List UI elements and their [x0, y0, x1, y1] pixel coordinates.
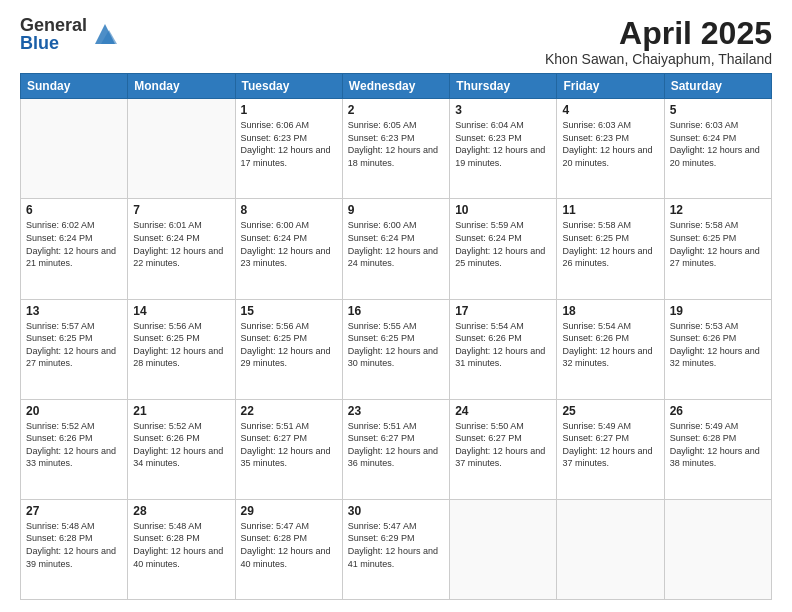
day-number: 13 [26, 304, 122, 318]
title-area: April 2025 Khon Sawan, Chaiyaphum, Thail… [545, 16, 772, 67]
calendar-cell: 30Sunrise: 5:47 AM Sunset: 6:29 PM Dayli… [342, 499, 449, 599]
calendar-cell [557, 499, 664, 599]
calendar-cell: 19Sunrise: 5:53 AM Sunset: 6:26 PM Dayli… [664, 299, 771, 399]
day-number: 7 [133, 203, 229, 217]
day-number: 28 [133, 504, 229, 518]
day-info: Sunrise: 5:48 AM Sunset: 6:28 PM Dayligh… [133, 520, 229, 570]
day-info: Sunrise: 5:53 AM Sunset: 6:26 PM Dayligh… [670, 320, 766, 370]
calendar-week-2: 13Sunrise: 5:57 AM Sunset: 6:25 PM Dayli… [21, 299, 772, 399]
day-info: Sunrise: 5:56 AM Sunset: 6:25 PM Dayligh… [133, 320, 229, 370]
day-number: 6 [26, 203, 122, 217]
day-info: Sunrise: 6:02 AM Sunset: 6:24 PM Dayligh… [26, 219, 122, 269]
day-number: 30 [348, 504, 444, 518]
page: General Blue April 2025 Khon Sawan, Chai… [0, 0, 792, 612]
day-number: 24 [455, 404, 551, 418]
col-wednesday: Wednesday [342, 74, 449, 99]
day-info: Sunrise: 5:52 AM Sunset: 6:26 PM Dayligh… [133, 420, 229, 470]
day-number: 17 [455, 304, 551, 318]
calendar-cell: 6Sunrise: 6:02 AM Sunset: 6:24 PM Daylig… [21, 199, 128, 299]
day-number: 18 [562, 304, 658, 318]
col-saturday: Saturday [664, 74, 771, 99]
calendar-cell: 7Sunrise: 6:01 AM Sunset: 6:24 PM Daylig… [128, 199, 235, 299]
calendar-cell: 20Sunrise: 5:52 AM Sunset: 6:26 PM Dayli… [21, 399, 128, 499]
day-info: Sunrise: 5:47 AM Sunset: 6:28 PM Dayligh… [241, 520, 337, 570]
day-number: 20 [26, 404, 122, 418]
calendar-cell: 28Sunrise: 5:48 AM Sunset: 6:28 PM Dayli… [128, 499, 235, 599]
col-thursday: Thursday [450, 74, 557, 99]
day-number: 15 [241, 304, 337, 318]
day-info: Sunrise: 5:47 AM Sunset: 6:29 PM Dayligh… [348, 520, 444, 570]
calendar-cell [21, 99, 128, 199]
calendar-cell [128, 99, 235, 199]
calendar-week-3: 20Sunrise: 5:52 AM Sunset: 6:26 PM Dayli… [21, 399, 772, 499]
calendar-cell: 15Sunrise: 5:56 AM Sunset: 6:25 PM Dayli… [235, 299, 342, 399]
calendar-cell: 2Sunrise: 6:05 AM Sunset: 6:23 PM Daylig… [342, 99, 449, 199]
day-info: Sunrise: 5:51 AM Sunset: 6:27 PM Dayligh… [241, 420, 337, 470]
day-info: Sunrise: 5:55 AM Sunset: 6:25 PM Dayligh… [348, 320, 444, 370]
day-number: 12 [670, 203, 766, 217]
day-number: 22 [241, 404, 337, 418]
calendar-week-1: 6Sunrise: 6:02 AM Sunset: 6:24 PM Daylig… [21, 199, 772, 299]
day-info: Sunrise: 5:56 AM Sunset: 6:25 PM Dayligh… [241, 320, 337, 370]
calendar-cell: 10Sunrise: 5:59 AM Sunset: 6:24 PM Dayli… [450, 199, 557, 299]
day-number: 25 [562, 404, 658, 418]
day-info: Sunrise: 6:03 AM Sunset: 6:23 PM Dayligh… [562, 119, 658, 169]
day-info: Sunrise: 6:05 AM Sunset: 6:23 PM Dayligh… [348, 119, 444, 169]
calendar-cell: 14Sunrise: 5:56 AM Sunset: 6:25 PM Dayli… [128, 299, 235, 399]
calendar-table: Sunday Monday Tuesday Wednesday Thursday… [20, 73, 772, 600]
calendar-cell: 5Sunrise: 6:03 AM Sunset: 6:24 PM Daylig… [664, 99, 771, 199]
col-sunday: Sunday [21, 74, 128, 99]
col-friday: Friday [557, 74, 664, 99]
day-number: 8 [241, 203, 337, 217]
day-info: Sunrise: 5:54 AM Sunset: 6:26 PM Dayligh… [455, 320, 551, 370]
day-number: 16 [348, 304, 444, 318]
day-number: 5 [670, 103, 766, 117]
calendar-cell: 4Sunrise: 6:03 AM Sunset: 6:23 PM Daylig… [557, 99, 664, 199]
day-info: Sunrise: 6:04 AM Sunset: 6:23 PM Dayligh… [455, 119, 551, 169]
day-number: 26 [670, 404, 766, 418]
day-number: 9 [348, 203, 444, 217]
calendar-cell: 23Sunrise: 5:51 AM Sunset: 6:27 PM Dayli… [342, 399, 449, 499]
logo-general: General [20, 16, 87, 34]
day-info: Sunrise: 5:52 AM Sunset: 6:26 PM Dayligh… [26, 420, 122, 470]
logo-icon [91, 20, 119, 48]
day-number: 19 [670, 304, 766, 318]
calendar-cell: 9Sunrise: 6:00 AM Sunset: 6:24 PM Daylig… [342, 199, 449, 299]
calendar-cell: 16Sunrise: 5:55 AM Sunset: 6:25 PM Dayli… [342, 299, 449, 399]
day-info: Sunrise: 5:58 AM Sunset: 6:25 PM Dayligh… [670, 219, 766, 269]
day-number: 27 [26, 504, 122, 518]
day-number: 10 [455, 203, 551, 217]
day-info: Sunrise: 5:58 AM Sunset: 6:25 PM Dayligh… [562, 219, 658, 269]
logo-text: General Blue [20, 16, 87, 52]
day-info: Sunrise: 6:01 AM Sunset: 6:24 PM Dayligh… [133, 219, 229, 269]
calendar-week-4: 27Sunrise: 5:48 AM Sunset: 6:28 PM Dayli… [21, 499, 772, 599]
day-info: Sunrise: 5:50 AM Sunset: 6:27 PM Dayligh… [455, 420, 551, 470]
calendar-cell [664, 499, 771, 599]
calendar-cell: 1Sunrise: 6:06 AM Sunset: 6:23 PM Daylig… [235, 99, 342, 199]
day-info: Sunrise: 5:59 AM Sunset: 6:24 PM Dayligh… [455, 219, 551, 269]
day-info: Sunrise: 6:00 AM Sunset: 6:24 PM Dayligh… [348, 219, 444, 269]
calendar-cell: 29Sunrise: 5:47 AM Sunset: 6:28 PM Dayli… [235, 499, 342, 599]
day-info: Sunrise: 5:57 AM Sunset: 6:25 PM Dayligh… [26, 320, 122, 370]
calendar-cell: 22Sunrise: 5:51 AM Sunset: 6:27 PM Dayli… [235, 399, 342, 499]
day-info: Sunrise: 6:00 AM Sunset: 6:24 PM Dayligh… [241, 219, 337, 269]
month-title: April 2025 [545, 16, 772, 51]
calendar-cell: 3Sunrise: 6:04 AM Sunset: 6:23 PM Daylig… [450, 99, 557, 199]
col-tuesday: Tuesday [235, 74, 342, 99]
calendar-cell: 11Sunrise: 5:58 AM Sunset: 6:25 PM Dayli… [557, 199, 664, 299]
location: Khon Sawan, Chaiyaphum, Thailand [545, 51, 772, 67]
header: General Blue April 2025 Khon Sawan, Chai… [20, 16, 772, 67]
calendar-cell: 17Sunrise: 5:54 AM Sunset: 6:26 PM Dayli… [450, 299, 557, 399]
day-number: 14 [133, 304, 229, 318]
calendar-cell: 24Sunrise: 5:50 AM Sunset: 6:27 PM Dayli… [450, 399, 557, 499]
day-number: 23 [348, 404, 444, 418]
day-info: Sunrise: 5:54 AM Sunset: 6:26 PM Dayligh… [562, 320, 658, 370]
day-info: Sunrise: 5:48 AM Sunset: 6:28 PM Dayligh… [26, 520, 122, 570]
calendar-cell: 8Sunrise: 6:00 AM Sunset: 6:24 PM Daylig… [235, 199, 342, 299]
day-number: 2 [348, 103, 444, 117]
day-info: Sunrise: 5:49 AM Sunset: 6:28 PM Dayligh… [670, 420, 766, 470]
day-info: Sunrise: 5:51 AM Sunset: 6:27 PM Dayligh… [348, 420, 444, 470]
logo: General Blue [20, 16, 119, 52]
day-info: Sunrise: 6:03 AM Sunset: 6:24 PM Dayligh… [670, 119, 766, 169]
day-number: 11 [562, 203, 658, 217]
